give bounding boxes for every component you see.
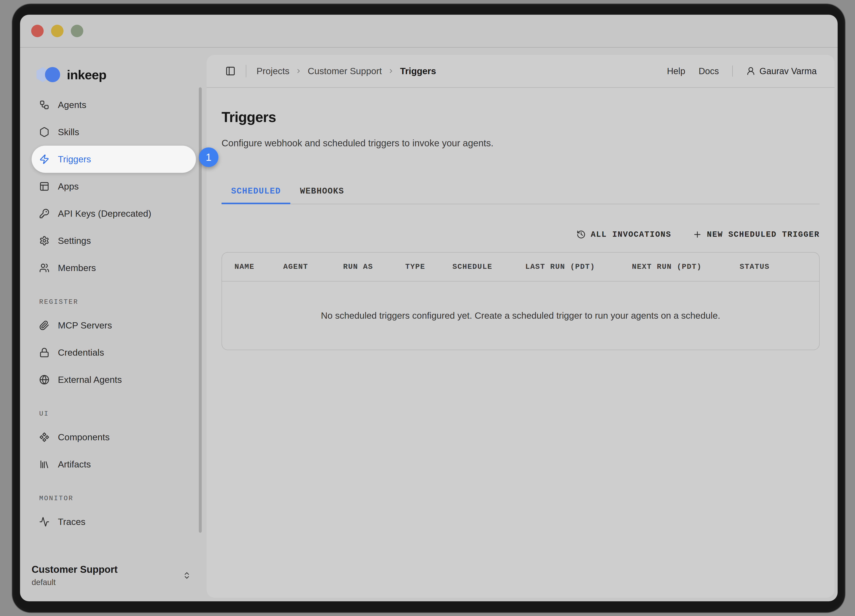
sidebar-item-skills[interactable]: Skills — [32, 118, 196, 146]
zoom-window-button[interactable] — [71, 25, 83, 37]
all-invocations-label: ALL INVOCATIONS — [591, 230, 671, 239]
sidebar-item-label: Skills — [58, 127, 79, 137]
sidebar-section-register: REGISTER — [32, 292, 196, 312]
action-bar: ALL INVOCATIONS NEW SCHEDULED TRIGGER — [222, 230, 820, 239]
sidebar-section-ui: UI — [32, 404, 196, 424]
sidebar-item-mcp-servers[interactable]: MCP Servers — [32, 312, 196, 339]
content-header: Projects Customer Support Triggers Hel — [207, 55, 835, 88]
breadcrumb-projects[interactable]: Projects — [256, 66, 290, 77]
component-icon — [39, 432, 49, 442]
sidebar-item-settings[interactable]: Settings — [32, 227, 196, 254]
sidebar-item-agents[interactable]: Agents — [32, 91, 196, 118]
sidebar-section-monitor: MONITOR — [32, 489, 196, 508]
scheduled-triggers-table: NAME AGENT RUN AS TYPE SCHEDULE LAST RUN… — [222, 252, 820, 350]
sidebar-item-label: Apps — [58, 181, 78, 192]
key-icon — [39, 208, 49, 219]
column-header-last-run: LAST RUN (PDT) — [525, 262, 632, 271]
plus-icon — [693, 230, 702, 239]
sidebar-item-label: Credentials — [58, 348, 104, 358]
sidebar-item-components[interactable]: Components — [32, 424, 196, 451]
table-empty-message: No scheduled triggers configured yet. Cr… — [222, 282, 819, 349]
app-window: inkeep Agents Skills — [20, 15, 838, 601]
sidebar-item-traces[interactable]: Traces — [32, 508, 196, 535]
gear-icon — [39, 236, 49, 246]
close-window-button[interactable] — [31, 25, 44, 37]
sidebar-item-label: Traces — [58, 517, 86, 527]
panels-top-left-icon — [39, 181, 49, 192]
inkeep-logo: inkeep — [20, 65, 207, 84]
all-invocations-button[interactable]: ALL INVOCATIONS — [576, 230, 671, 239]
new-scheduled-trigger-button[interactable]: NEW SCHEDULED TRIGGER — [693, 230, 820, 239]
column-header-schedule: SCHEDULE — [452, 262, 525, 271]
inkeep-logo-icon — [34, 65, 63, 84]
column-header-agent: AGENT — [283, 262, 343, 271]
sidebar: inkeep Agents Skills — [20, 48, 207, 601]
zap-icon — [39, 154, 49, 164]
sidebar-item-label: External Agents — [58, 375, 122, 385]
triggers-page: Triggers Configure webhook and scheduled… — [207, 88, 835, 350]
sidebar-item-label: API Keys (Deprecated) — [58, 208, 151, 219]
new-scheduled-trigger-label: NEW SCHEDULED TRIGGER — [707, 230, 820, 239]
sidebar-item-label: Settings — [58, 236, 91, 246]
project-switcher[interactable]: Customer Support default — [32, 564, 191, 587]
column-header-next-run: NEXT RUN (PDT) — [632, 262, 740, 271]
user-menu[interactable]: Gaurav Varma — [746, 66, 817, 76]
sidebar-item-members[interactable]: Members — [32, 254, 196, 282]
tab-webhooks[interactable]: WEBHOOKS — [290, 186, 354, 204]
activity-icon — [39, 517, 49, 527]
sidebar-item-triggers[interactable]: Triggers — [32, 146, 196, 173]
tab-scheduled[interactable]: SCHEDULED — [222, 186, 290, 204]
screenshot-canvas: inkeep Agents Skills — [0, 0, 855, 616]
breadcrumb-customer-support[interactable]: Customer Support — [308, 66, 382, 77]
chevron-right-icon — [295, 68, 302, 74]
project-switcher-text: Customer Support default — [32, 564, 118, 587]
sidebar-item-apps[interactable]: Apps — [32, 173, 196, 200]
hexagon-icon — [39, 127, 49, 137]
paperclip-icon — [39, 320, 49, 331]
header-divider — [246, 65, 246, 77]
breadcrumb: Projects Customer Support Triggers — [256, 66, 436, 77]
column-header-run-as: RUN AS — [343, 262, 405, 271]
sidebar-item-api-keys[interactable]: API Keys (Deprecated) — [32, 200, 196, 227]
annotation-step-badge: 1 — [199, 147, 218, 167]
chevrons-up-down-icon — [182, 571, 191, 580]
breadcrumb-triggers: Triggers — [400, 66, 436, 77]
logo-wordmark: inkeep — [67, 67, 106, 82]
sidebar-item-label: Agents — [58, 100, 86, 110]
project-environment: default — [32, 578, 118, 587]
globe-icon — [39, 375, 49, 385]
content-card: Projects Customer Support Triggers Hel — [207, 55, 835, 598]
header-divider — [732, 66, 733, 77]
sidebar-item-label: Components — [58, 432, 110, 443]
history-clock-icon — [576, 230, 586, 239]
project-name: Customer Support — [32, 564, 118, 575]
chevron-right-icon — [388, 68, 394, 74]
sidebar-item-label: Triggers — [58, 154, 91, 165]
sidebar-item-external-agents[interactable]: External Agents — [32, 366, 196, 393]
sidebar-item-label: Artifacts — [58, 459, 91, 470]
minimize-window-button[interactable] — [51, 25, 63, 37]
header-right: Help Docs Gaurav Varma — [667, 66, 817, 77]
workflow-icon — [39, 100, 49, 110]
library-icon — [39, 459, 49, 469]
macos-titlebar — [20, 15, 838, 48]
window-body: inkeep Agents Skills — [20, 48, 838, 601]
page-title: Triggers — [222, 109, 820, 126]
table-header-row: NAME AGENT RUN AS TYPE SCHEDULE LAST RUN… — [222, 253, 819, 282]
sidebar-toggle-button[interactable] — [225, 66, 236, 76]
column-header-type: TYPE — [405, 262, 452, 271]
sidebar-item-label: Members — [58, 263, 96, 273]
user-icon — [746, 66, 755, 76]
lock-icon — [39, 348, 49, 358]
sidebar-item-credentials[interactable]: Credentials — [32, 339, 196, 366]
column-header-status: STATUS — [740, 262, 819, 271]
sidebar-item-label: MCP Servers — [58, 320, 112, 331]
tab-list: SCHEDULED WEBHOOKS — [222, 186, 820, 204]
page-description: Configure webhook and scheduled triggers… — [222, 138, 820, 149]
sidebar-item-artifacts[interactable]: Artifacts — [32, 451, 196, 478]
docs-link[interactable]: Docs — [699, 66, 719, 76]
help-link[interactable]: Help — [667, 66, 685, 76]
main-area: Projects Customer Support Triggers Hel — [207, 48, 838, 601]
column-header-name: NAME — [234, 262, 283, 271]
user-name: Gaurav Varma — [760, 66, 817, 76]
